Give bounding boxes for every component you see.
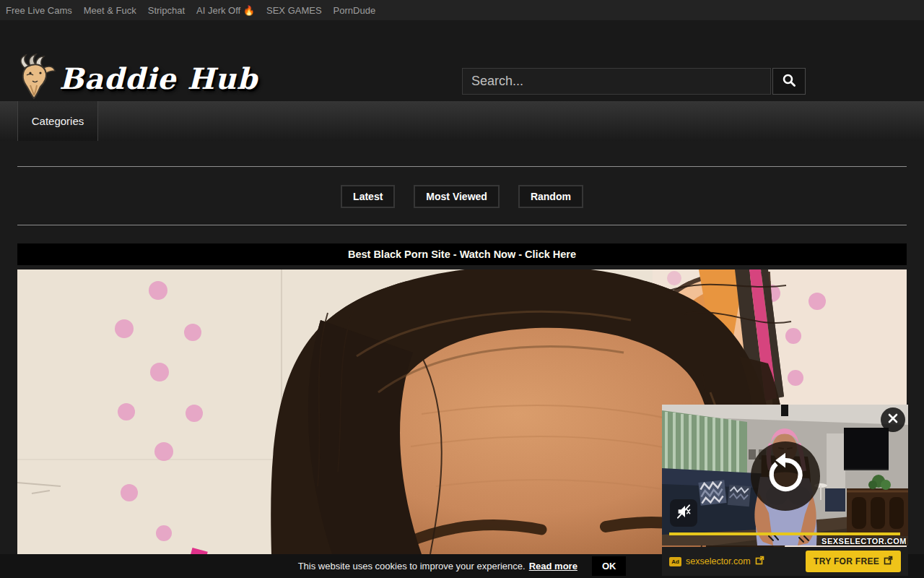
ad-advertiser-link[interactable]: Ad sexselector.com [669, 555, 764, 568]
ad-replay-button[interactable] [751, 441, 820, 511]
main-nav: Categories [0, 101, 924, 141]
external-link-icon [755, 555, 764, 568]
text-ad-banner[interactable]: Best Black Porn Site - Watch Now - Click… [17, 243, 907, 265]
toplink-stripchat[interactable]: Stripchat [148, 5, 185, 16]
cookie-read-more-link[interactable]: Read more [529, 561, 578, 571]
search-bar [462, 68, 806, 95]
external-link-icon [884, 556, 893, 567]
site-title: Baddie Hub [59, 61, 258, 95]
toplink-ai-jerk-off[interactable]: AI Jerk Off 🔥 [196, 5, 255, 16]
divider-bottom [17, 225, 907, 225]
ad-watermark: SEXSELECTOR.COM [821, 537, 907, 545]
search-icon [782, 73, 796, 90]
site-logo[interactable]: Baddie Hub [14, 53, 258, 103]
ad-link-label: sexselector.com [686, 556, 751, 566]
muted-speaker-icon [675, 503, 692, 523]
ad-progress-bar[interactable] [669, 532, 900, 535]
toplink-sex-games[interactable]: SEX GAMES [266, 5, 322, 16]
ad-video-player[interactable]: SEXSELECTOR.COM [662, 405, 908, 545]
most-viewed-button[interactable]: Most Viewed [414, 185, 500, 208]
floating-video-ad: SEXSELECTOR.COM Ad sexselector.com TRY F… [662, 405, 908, 576]
site-header: Baddie Hub [0, 20, 924, 101]
cookie-ok-button[interactable]: OK [592, 556, 627, 576]
ad-mute-button[interactable] [670, 499, 697, 527]
divider-top [17, 166, 907, 167]
search-input[interactable] [462, 68, 771, 95]
top-links-bar: Free Live Cams Meet & Fuck Stripchat AI … [0, 0, 924, 20]
try-for-free-button[interactable]: TRY FOR FREE [806, 551, 901, 572]
goat-icon [14, 53, 56, 103]
ad-footer-bar: Ad sexselector.com TRY FOR FREE [662, 547, 908, 576]
ad-close-button[interactable] [881, 407, 905, 432]
close-icon [887, 413, 899, 427]
toplink-porndude[interactable]: PornDude [334, 5, 376, 16]
random-button[interactable]: Random [518, 185, 583, 208]
nav-item-categories[interactable]: Categories [17, 101, 98, 141]
replay-icon [762, 451, 809, 501]
toplink-meet-and-fuck[interactable]: Meet & Fuck [84, 5, 136, 16]
search-button[interactable] [772, 68, 806, 95]
toplink-free-live-cams[interactable]: Free Live Cams [6, 5, 72, 16]
ad-badge: Ad [669, 557, 681, 566]
cta-label: TRY FOR FREE [814, 556, 879, 566]
latest-button[interactable]: Latest [341, 185, 395, 208]
sort-filter-row: Latest Most Viewed Random [0, 185, 924, 208]
cookie-message: This website uses cookies to improve you… [298, 561, 526, 571]
